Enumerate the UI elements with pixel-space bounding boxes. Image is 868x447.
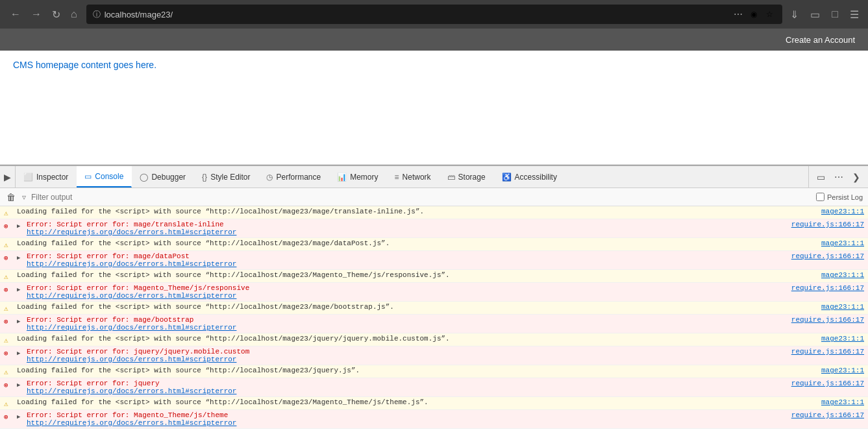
console-filter-input[interactable] <box>31 193 811 202</box>
warning-message: Loading failed for the <script> with sou… <box>17 239 816 247</box>
error-icon: ⊗ <box>4 285 14 294</box>
error-icon: ⊗ <box>4 254 14 262</box>
page-content: Create an Account CMS homepage content g… <box>0 29 868 165</box>
page-top-bar: Create an Account <box>0 29 868 51</box>
devtools-close-button[interactable]: ❯ <box>850 171 863 184</box>
style-editor-icon: {} <box>202 173 207 182</box>
row-content: Loading failed for the <script> with sou… <box>17 398 816 406</box>
error-icon: ⊗ <box>4 222 14 230</box>
home-button[interactable]: ⌂ <box>67 6 81 23</box>
console-icon: ▭ <box>84 172 92 181</box>
error-message: Error: Script error for: mage/translate-… <box>27 221 786 228</box>
row-content: Error: Script error for: Magento_Theme/j… <box>27 411 786 427</box>
devtools-more-button[interactable]: ⋯ <box>832 171 846 184</box>
console-clear-button[interactable]: 🗑 <box>5 191 17 204</box>
tab-console-label: Console <box>95 172 123 181</box>
row-source[interactable]: mage23:1:1 <box>821 271 864 279</box>
row-source[interactable]: require.js:166:17 <box>791 411 864 419</box>
row-source[interactable]: require.js:166:17 <box>791 380 864 387</box>
console-row: ⊗▶Error: Script error for: Magento_Theme… <box>0 410 868 429</box>
warning-icon: ⚠ <box>4 336 14 344</box>
expand-arrow[interactable]: ▶ <box>17 286 25 293</box>
expand-arrow[interactable]: ▶ <box>17 318 25 325</box>
row-source[interactable]: mage23:1:1 <box>821 367 864 374</box>
row-source[interactable]: mage23:1:1 <box>821 335 864 343</box>
tab-storage-label: Storage <box>458 173 486 182</box>
address-bar[interactable]: ⓘ localhost/mage23/ ⋯ ◉ ☆ <box>86 5 783 24</box>
row-source[interactable]: mage23:1:1 <box>821 239 864 247</box>
warning-message: Loading failed for the <script> with sou… <box>17 335 816 343</box>
row-source[interactable]: require.js:166:17 <box>791 348 864 356</box>
reload-button[interactable]: ↻ <box>48 6 64 23</box>
console-row: ⊗▶Error: Script error for: jquery/jquery… <box>0 346 868 365</box>
create-account-link[interactable]: Create an Account <box>786 35 855 45</box>
console-toolbar: 🗑 ▿ Persist Log <box>0 188 868 206</box>
tab-debugger[interactable]: ◯ Debugger <box>132 166 194 187</box>
devtools-pick-icon[interactable]: ▶ <box>0 166 16 187</box>
warning-icon: ⚠ <box>4 272 14 281</box>
persist-log-checkbox[interactable] <box>816 193 825 201</box>
tab-console[interactable]: ▭ Console <box>77 166 132 187</box>
forward-button[interactable]: → <box>27 6 45 23</box>
expand-arrow[interactable]: ▶ <box>17 254 25 261</box>
warning-message: Loading failed for the <script> with sou… <box>17 398 816 406</box>
row-source[interactable]: require.js:166:17 <box>791 221 864 228</box>
tab-inspector[interactable]: ⬜ Inspector <box>16 166 77 187</box>
error-link[interactable]: http://requirejs.org/docs/errors.html#sc… <box>27 260 236 268</box>
row-source[interactable]: mage23:1:1 <box>821 208 864 215</box>
expand-arrow[interactable]: ▶ <box>17 381 25 389</box>
console-row: ⊗▶Error: Script error for: mage/bootstra… <box>0 315 868 333</box>
console-row: ⚠Loading failed for the <script> with so… <box>0 206 868 219</box>
error-icon: ⊗ <box>4 381 14 389</box>
tab-style-editor[interactable]: {} Style Editor <box>194 166 258 187</box>
tab-style-editor-label: Style Editor <box>210 173 250 182</box>
console-row: ⚠Loading failed for the <script> with so… <box>0 238 868 251</box>
row-source[interactable]: require.js:166:17 <box>791 252 864 260</box>
warning-icon: ⚠ <box>4 241 14 249</box>
tab-performance-label: Performance <box>276 173 321 182</box>
tab-memory-label: Memory <box>350 173 378 182</box>
devtools-right-icons: ▭ ⋯ ❯ <box>808 166 868 187</box>
row-source[interactable]: mage23:1:1 <box>821 398 864 406</box>
bookmarks-icon[interactable]: ▭ <box>808 6 823 23</box>
row-source[interactable]: require.js:166:17 <box>791 316 864 324</box>
row-content: Error: Script error for: mage/dataPostht… <box>27 252 786 268</box>
error-link[interactable]: http://requirejs.org/docs/errors.html#sc… <box>27 292 236 300</box>
row-source[interactable]: mage23:1:1 <box>821 303 864 311</box>
error-icon: ⊗ <box>4 317 14 326</box>
inspector-icon: ⬜ <box>23 173 33 182</box>
expand-arrow[interactable]: ▶ <box>17 350 25 357</box>
warning-message: Loading failed for the <script> with sou… <box>17 303 816 311</box>
download-icon[interactable]: ⇓ <box>787 6 801 23</box>
tab-accessibility[interactable]: ♿ Accessibility <box>494 166 565 187</box>
expand-arrow[interactable]: ▶ <box>17 223 25 230</box>
warning-message: Loading failed for the <script> with sou… <box>17 271 816 279</box>
responsive-mode-button[interactable]: ▭ <box>814 171 828 184</box>
pocket-icon[interactable]: ◉ <box>748 7 760 21</box>
row-content: Loading failed for the <script> with sou… <box>17 367 816 374</box>
row-source[interactable]: require.js:166:17 <box>791 284 864 292</box>
tab-inspector-label: Inspector <box>36 173 68 182</box>
error-link[interactable]: http://requirejs.org/docs/errors.html#sc… <box>27 324 236 332</box>
nav-buttons: ← → ↻ ⌂ <box>6 6 81 23</box>
devtools-toolbar: ▶ ⬜ Inspector ▭ Console ◯ Debugger {} St… <box>0 166 868 188</box>
error-link[interactable]: http://requirejs.org/docs/errors.html#sc… <box>27 387 236 395</box>
console-row: ⊗▶Error: Script error for: jqueryhttp://… <box>0 378 868 397</box>
menu-icon[interactable]: ☰ <box>847 6 862 23</box>
error-link[interactable]: http://requirejs.org/docs/errors.html#sc… <box>27 228 236 236</box>
bookmark-icon[interactable]: ☆ <box>763 7 776 21</box>
tab-storage[interactable]: 🗃 Storage <box>440 166 494 187</box>
console-row: ⊗▶Error: Script error for: mage/dataPost… <box>0 251 868 270</box>
error-link[interactable]: http://requirejs.org/docs/errors.html#sc… <box>27 356 236 363</box>
row-content: Loading failed for the <script> with sou… <box>17 335 816 343</box>
tab-performance[interactable]: ◷ Performance <box>258 166 329 187</box>
tab-memory[interactable]: 📊 Memory <box>329 166 386 187</box>
more-icon: ⋯ <box>734 9 744 19</box>
expand-arrow[interactable]: ▶ <box>17 413 25 420</box>
error-link[interactable]: http://requirejs.org/docs/errors.html#sc… <box>27 419 236 427</box>
back-button[interactable]: ← <box>6 6 25 23</box>
sidebar-icon[interactable]: □ <box>829 6 841 23</box>
tab-network[interactable]: ≡ Network <box>387 166 440 187</box>
persist-log-toggle[interactable]: Persist Log <box>816 193 863 201</box>
debugger-icon: ◯ <box>140 173 148 182</box>
